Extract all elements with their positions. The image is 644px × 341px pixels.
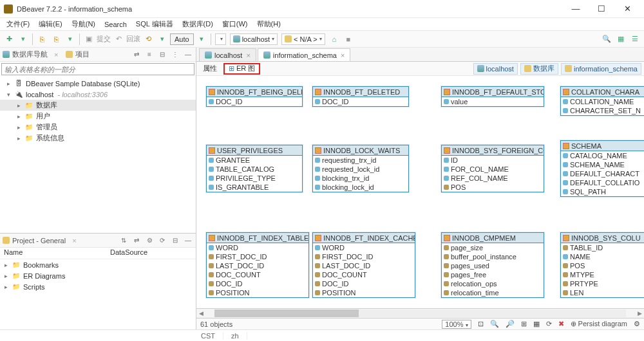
nav-search-input[interactable]: [1, 63, 194, 75]
sql-editor-new-icon[interactable]: ⎘: [50, 33, 62, 46]
subtab-er-diagram[interactable]: ⊞ER 图: [223, 63, 260, 75]
er-column[interactable]: requested_lock_id: [313, 165, 408, 174]
proj-config-icon[interactable]: ⚙: [144, 235, 155, 246]
er-table[interactable]: INNODB_SYS_COLUTABLE_IDNAMEPOSMTYPEPRTYP…: [560, 232, 644, 298]
er-column[interactable]: DOC_ID: [313, 97, 408, 106]
menu-item[interactable]: Search: [100, 20, 131, 29]
er-column[interactable]: COLLATION_NAME: [561, 97, 644, 106]
er-diagram-area[interactable]: INNODB_FT_BEING_DELETEDDOC_IDINNODB_FT_D…: [196, 76, 644, 308]
auto-commit-button[interactable]: Auto: [170, 33, 194, 45]
er-column[interactable]: buffer_pool_instance: [442, 252, 544, 261]
tx-icon[interactable]: ⟲: [142, 33, 155, 46]
tree-row[interactable]: ▸DBeaver Sample Database (SQLite): [0, 78, 196, 89]
er-column[interactable]: DEFAULT_CHARACT: [561, 169, 644, 178]
er-column[interactable]: relocation_time: [442, 288, 544, 297]
close-button[interactable]: ✕: [614, 1, 640, 17]
er-column[interactable]: relocation_ops: [442, 279, 544, 288]
er-column[interactable]: DOC_COUNT: [313, 270, 415, 279]
proj-refresh-icon[interactable]: ⟳: [157, 235, 167, 246]
er-table[interactable]: INNODB_FT_INDEX_CACHEWORDFIRST_DOC_IDLAS…: [312, 232, 415, 298]
nav-menu-icon[interactable]: ⋮: [170, 50, 180, 60]
nav-collapse-icon[interactable]: ⊟: [157, 50, 167, 60]
er-table[interactable]: INNODB_SYS_FOREIGN_COLSIDFOR_COL_NAMEREF…: [441, 145, 544, 192]
er-column[interactable]: WORD: [207, 243, 308, 252]
commit-label[interactable]: 提交: [97, 33, 111, 46]
minimize-button[interactable]: —: [563, 1, 589, 17]
er-column[interactable]: page_size: [442, 243, 544, 252]
er-column[interactable]: MTYPE: [561, 270, 644, 279]
tree-row[interactable]: ▸数据库: [0, 100, 196, 111]
menu-item[interactable]: 数据库(D): [178, 19, 217, 30]
tree-row[interactable]: ▾localhost- localhost:3306: [0, 89, 196, 100]
er-column[interactable]: TABLE_ID: [561, 243, 644, 252]
zoom-in-icon[interactable]: 🔍: [490, 320, 499, 328]
proj-sort-icon[interactable]: ⇅: [118, 235, 129, 246]
nav-panel-tab2[interactable]: 项目: [75, 50, 90, 59]
er-column[interactable]: pages_used: [442, 261, 544, 270]
project-item[interactable]: ▸ER Diagrams: [0, 270, 196, 281]
er-column[interactable]: NAME: [561, 252, 644, 261]
tree-row[interactable]: ▸管理员: [0, 122, 196, 133]
er-column[interactable]: POSITION: [207, 288, 308, 297]
er-column[interactable]: value: [442, 97, 544, 106]
dropdown-icon[interactable]: ▾: [64, 33, 77, 46]
er-column[interactable]: POS: [561, 261, 644, 270]
tree-row[interactable]: ▸系统信息: [0, 133, 196, 143]
commit-icon[interactable]: ▣: [82, 33, 95, 46]
delete-icon[interactable]: ✖: [558, 320, 564, 328]
er-table[interactable]: COLLATION_CHARACOLLATION_NAMECHARACTER_S…: [560, 86, 644, 116]
project-col-name[interactable]: Name: [0, 248, 106, 259]
zoom-out-icon[interactable]: 🔎: [506, 320, 515, 328]
datasource-combo[interactable]: ▾: [215, 33, 226, 45]
persist-diagram-button[interactable]: ⊕ Persist diagram: [571, 320, 627, 328]
er-column[interactable]: blocking_trx_id: [313, 174, 408, 183]
home-icon[interactable]: ⌂: [328, 33, 341, 46]
menu-item[interactable]: 编辑(E): [35, 19, 66, 30]
er-column[interactable]: IS_GRANTABLE: [207, 183, 302, 192]
er-table[interactable]: INNODB_FT_DEFAULT_STOPWORDvalue: [441, 86, 544, 107]
er-column[interactable]: REF_COL_NAME: [442, 174, 544, 183]
layout-icon[interactable]: ⊞: [521, 320, 527, 328]
nav-link-icon[interactable]: ⇄: [131, 50, 142, 60]
er-table[interactable]: INNODB_FT_DELETEDDOC_ID: [312, 86, 409, 107]
proj-link-icon[interactable]: ⇄: [131, 235, 142, 246]
er-column[interactable]: LAST_DOC_ID: [207, 261, 308, 270]
new-sql-icon[interactable]: ▾: [17, 33, 30, 46]
schema-combo[interactable]: < N/A >▾: [281, 33, 325, 45]
menu-item[interactable]: SQL 编辑器: [132, 19, 177, 30]
crumb-schema[interactable]: information_schema: [561, 63, 641, 75]
er-column[interactable]: GRANTEE: [207, 156, 302, 165]
project-col-datasource[interactable]: DataSource: [106, 248, 151, 259]
connection-combo[interactable]: localhost▾: [230, 33, 278, 45]
sql-editor-icon[interactable]: ⎘: [35, 33, 48, 46]
subtab-properties[interactable]: 属性: [199, 63, 221, 75]
grid-icon[interactable]: ▦: [533, 320, 540, 328]
crumb-connection[interactable]: localhost: [473, 63, 518, 75]
er-column[interactable]: requesting_trx_id: [313, 156, 408, 165]
er-table[interactable]: INNODB_CMPMEMpage_sizebuffer_pool_instan…: [441, 232, 544, 298]
er-column[interactable]: CATALOG_NAME: [561, 151, 644, 160]
er-column[interactable]: POSITION: [313, 288, 415, 297]
project-item[interactable]: ▸Scripts: [0, 281, 196, 292]
er-column[interactable]: DOC_ID: [207, 279, 308, 288]
er-column[interactable]: TABLE_CATALOG: [207, 165, 302, 174]
editor-tab[interactable]: information_schema×: [258, 48, 351, 61]
er-column[interactable]: ID: [442, 156, 544, 165]
perspective-icon[interactable]: ▦: [614, 33, 627, 46]
menu-item[interactable]: 导航(N): [68, 19, 99, 30]
zoom-fit-icon[interactable]: ⊡: [478, 320, 484, 328]
tree-row[interactable]: ▸用户: [0, 111, 196, 122]
er-column[interactable]: DOC_COUNT: [207, 270, 308, 279]
search-icon[interactable]: 🔍: [600, 33, 613, 46]
er-column[interactable]: SCHEMA_NAME: [561, 160, 644, 169]
er-column[interactable]: CHARACTER_SET_N: [561, 106, 644, 115]
er-column[interactable]: LAST_DOC_ID: [313, 261, 415, 270]
project-item[interactable]: ▸Bookmarks: [0, 259, 196, 270]
er-table[interactable]: INNODB_LOCK_WAITSrequesting_trx_idreques…: [312, 145, 409, 192]
settings-icon[interactable]: ⚙: [634, 320, 640, 328]
maximize-button[interactable]: ☐: [589, 1, 614, 17]
proj-min-icon[interactable]: —: [183, 235, 193, 246]
er-table[interactable]: USER_PRIVILEGESGRANTEETABLE_CATALOGPRIVI…: [206, 145, 303, 192]
nav-min-icon[interactable]: —: [183, 50, 193, 60]
er-table[interactable]: SCHEMACATALOG_NAMESCHEMA_NAMEDEFAULT_CHA…: [560, 140, 644, 197]
